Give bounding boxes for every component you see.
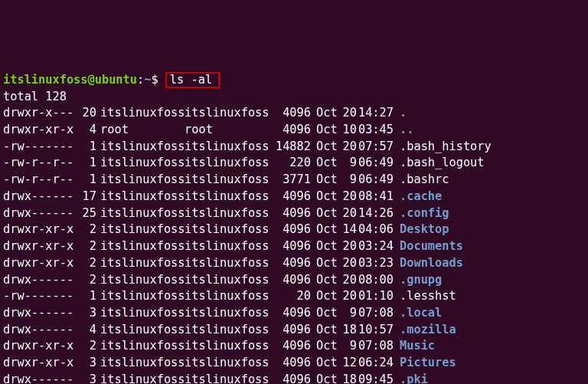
month: Oct [311, 255, 340, 272]
link-count: 2 [76, 222, 96, 238]
group: itslinuxfoss [185, 372, 273, 384]
permissions: drwx------ [3, 189, 76, 205]
day: 20 [340, 288, 357, 305]
file-name: Music [397, 338, 435, 355]
month: Oct [311, 222, 340, 238]
month: Oct [311, 355, 340, 372]
time: 09:45 [357, 372, 397, 384]
day: 14 [340, 222, 357, 238]
owner: itslinuxfoss [96, 155, 185, 172]
month: Oct [311, 322, 340, 339]
file-size: 4096 [273, 105, 311, 122]
day: 18 [340, 322, 357, 339]
file-row: drwxr-xr-x2itslinuxfossitslinuxfoss4096O… [3, 255, 585, 272]
file-name: .config [397, 205, 449, 222]
permissions: drwx------ [3, 305, 76, 322]
permissions: -rw-r--r-- [3, 172, 76, 189]
month: Oct [311, 155, 340, 172]
file-size: 4096 [273, 238, 311, 255]
file-row: drwx------17itslinuxfossitslinuxfoss4096… [3, 189, 585, 205]
time: 10:57 [357, 322, 397, 339]
file-row: drwxr-xr-x3itslinuxfossitslinuxfoss4096O… [3, 355, 585, 372]
group: itslinuxfoss [185, 238, 273, 255]
owner: itslinuxfoss [96, 105, 185, 122]
file-name: .local [397, 305, 442, 322]
time: 01:10 [357, 288, 397, 305]
month: Oct [311, 139, 340, 156]
day: 20 [340, 238, 357, 255]
group: itslinuxfoss [185, 222, 273, 238]
file-name: .mozilla [397, 322, 456, 339]
permissions: drwx------ [3, 272, 76, 289]
owner: itslinuxfoss [96, 172, 185, 189]
file-row: drwx------3itslinuxfossitslinuxfoss4096O… [3, 305, 585, 322]
permissions: drwxr-xr-x [3, 338, 76, 355]
owner: itslinuxfoss [96, 139, 185, 156]
link-count: 4 [76, 322, 96, 339]
link-count: 25 [76, 205, 96, 222]
owner: itslinuxfoss [96, 338, 185, 355]
permissions: -rw------- [3, 139, 76, 156]
file-row: -rw-------1itslinuxfossitslinuxfoss14882… [3, 139, 585, 156]
prompt-user-host: itslinuxfoss@ubuntu [3, 73, 137, 87]
day: 9 [340, 172, 357, 189]
group: itslinuxfoss [185, 272, 273, 289]
group: itslinuxfoss [185, 189, 273, 205]
day: 20 [340, 189, 357, 205]
file-name: .. [397, 122, 413, 139]
file-row: drwxr-xr-x4rootroot4096Oct1003:45.. [3, 122, 585, 139]
file-row: -rw-r--r--1itslinuxfossitslinuxfoss220Oc… [3, 155, 585, 172]
day: 12 [340, 355, 357, 372]
group: itslinuxfoss [185, 338, 273, 355]
file-size: 20 [273, 288, 311, 305]
permissions: -rw-r--r-- [3, 155, 76, 172]
file-size: 4096 [273, 255, 311, 272]
file-size: 14882 [273, 139, 311, 156]
day: 9 [340, 155, 357, 172]
file-size: 4096 [273, 272, 311, 289]
file-name: .bash_logout [397, 155, 485, 172]
day: 20 [340, 272, 357, 289]
permissions: drwxr-xr-x [3, 122, 76, 139]
file-name: Desktop [397, 222, 449, 238]
link-count: 2 [76, 238, 96, 255]
file-listing: drwxr-x---20itslinuxfossitslinuxfoss4096… [3, 105, 585, 384]
time: 06:49 [357, 155, 397, 172]
time: 06:24 [357, 355, 397, 372]
file-size: 4096 [273, 222, 311, 238]
file-row: drwx------2itslinuxfossitslinuxfoss4096O… [3, 272, 585, 289]
permissions: drwxr-xr-x [3, 238, 76, 255]
prompt-separator: : [137, 73, 144, 87]
file-row: drwxr-x---20itslinuxfossitslinuxfoss4096… [3, 105, 585, 122]
group: itslinuxfoss [185, 205, 273, 222]
file-name: Documents [397, 238, 463, 255]
owner: itslinuxfoss [96, 255, 185, 272]
group: itslinuxfoss [185, 322, 273, 339]
owner: itslinuxfoss [96, 238, 185, 255]
file-size: 4096 [273, 372, 311, 384]
link-count: 1 [76, 139, 96, 156]
month: Oct [311, 372, 340, 384]
group: itslinuxfoss [185, 172, 273, 189]
day: 9 [340, 305, 357, 322]
file-name: .pki [397, 372, 428, 384]
file-name: .bash_history [397, 139, 492, 156]
time: 04:06 [357, 222, 397, 238]
day: 9 [340, 338, 357, 355]
owner: itslinuxfoss [96, 189, 185, 205]
file-row: drwxr-xr-x2itslinuxfossitslinuxfoss4096O… [3, 222, 585, 238]
link-count: 3 [76, 355, 96, 372]
owner: itslinuxfoss [96, 272, 185, 289]
group: itslinuxfoss [185, 105, 273, 122]
link-count: 1 [76, 155, 96, 172]
day: 20 [340, 205, 357, 222]
file-size: 4096 [273, 205, 311, 222]
time: 08:00 [357, 272, 397, 289]
file-name: Downloads [397, 255, 463, 272]
time: 06:49 [357, 172, 397, 189]
month: Oct [311, 305, 340, 322]
month: Oct [311, 338, 340, 355]
terminal-output[interactable]: itslinuxfoss@ubuntu:~$ ls -al total 128 … [3, 72, 585, 384]
month: Oct [311, 238, 340, 255]
file-name: . [397, 105, 407, 122]
